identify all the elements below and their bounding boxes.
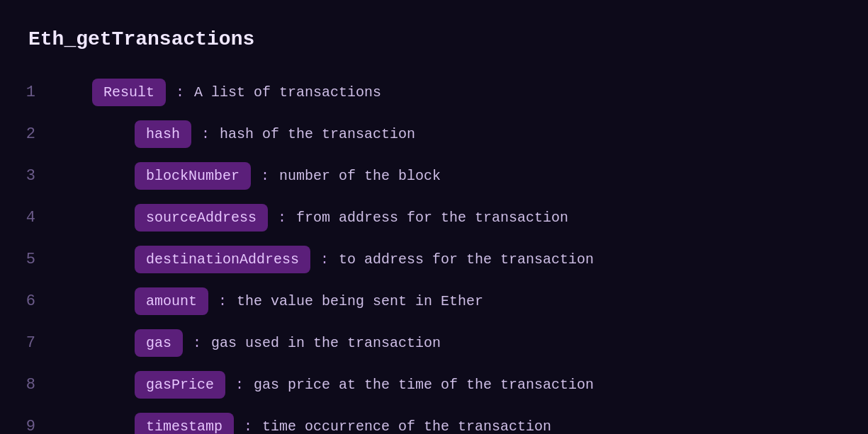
line-number: 8: [14, 376, 50, 394]
field-description: gas used in the transaction: [211, 335, 441, 351]
line-content: amount:the value being sent in Ether: [50, 287, 483, 315]
code-block: 1Result:A list of transactions2hash:hash…: [0, 72, 868, 434]
line-content: hash:hash of the transaction: [50, 120, 415, 148]
line-content: blockNumber:number of the block: [50, 162, 441, 190]
field-description: hash of the transaction: [220, 126, 415, 142]
field-description: A list of transactions: [194, 84, 381, 101]
line-number: 9: [14, 418, 50, 434]
code-line: 5destinationAddress:to address for the t…: [14, 239, 854, 280]
line-content: gas:gas used in the transaction: [50, 329, 441, 357]
field-description: to address for the transaction: [339, 251, 594, 268]
field-description: time occurrence of the transaction: [262, 418, 551, 434]
page-title: Eth_getTransactions: [0, 14, 868, 72]
colon-separator: :: [320, 251, 329, 268]
colon-separator: :: [244, 418, 252, 434]
field-description: from address for the transaction: [296, 210, 568, 226]
colon-separator: :: [278, 210, 286, 226]
tag-label: destinationAddress: [135, 246, 310, 273]
line-content: destinationAddress:to address for the tr…: [50, 246, 594, 273]
code-line: 6amount:the value being sent in Ether: [14, 280, 854, 322]
line-number: 7: [14, 334, 50, 352]
line-number: 4: [14, 209, 50, 227]
code-line: 8gasPrice:gas price at the time of the t…: [14, 364, 854, 406]
tag-label: amount: [135, 287, 208, 315]
field-description: the value being sent in Ether: [237, 293, 483, 309]
field-description: gas price at the time of the transaction: [254, 377, 594, 393]
code-line: 7gas:gas used in the transaction: [14, 322, 854, 364]
line-number: 2: [14, 125, 50, 143]
tag-label: Result: [92, 79, 166, 106]
colon-separator: :: [176, 84, 184, 101]
tag-label: sourceAddress: [135, 204, 268, 232]
tag-label: gasPrice: [135, 371, 225, 399]
line-content: gasPrice:gas price at the time of the tr…: [50, 371, 594, 399]
line-content: timestamp:time occurrence of the transac…: [50, 413, 551, 434]
line-number: 5: [14, 251, 50, 268]
tag-label: hash: [135, 120, 191, 148]
colon-separator: :: [193, 335, 201, 351]
field-description: number of the block: [279, 168, 441, 184]
code-line: 3blockNumber:number of the block: [14, 155, 854, 197]
code-line: 9timestamp:time occurrence of the transa…: [14, 406, 854, 434]
colon-separator: :: [201, 126, 210, 142]
line-content: Result:A list of transactions: [50, 79, 381, 106]
tag-label: gas: [135, 329, 183, 357]
line-number: 1: [14, 84, 50, 101]
colon-separator: :: [235, 377, 244, 393]
tag-label: timestamp: [135, 413, 234, 434]
tag-label: blockNumber: [135, 162, 251, 190]
line-number: 6: [14, 292, 50, 310]
colon-separator: :: [218, 293, 227, 309]
line-number: 3: [14, 167, 50, 185]
code-line: 2hash:hash of the transaction: [14, 113, 854, 155]
colon-separator: :: [261, 168, 269, 184]
line-content: sourceAddress:from address for the trans…: [50, 204, 568, 232]
code-line: 4sourceAddress:from address for the tran…: [14, 197, 854, 239]
code-line: 1Result:A list of transactions: [14, 72, 854, 113]
